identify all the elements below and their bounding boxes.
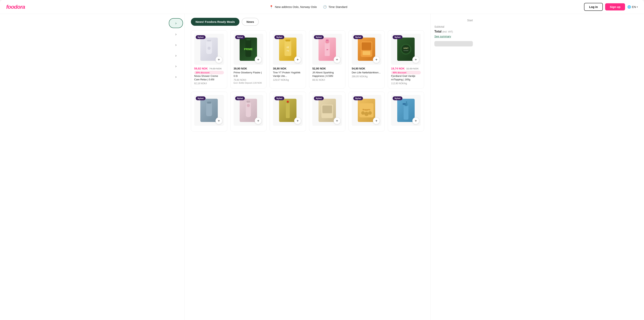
price-line-6: 19,74 NOK 32,90 NOK <box>391 67 421 70</box>
product-card-6[interactable]: Nyhet GRØT Fjordland + 19,74 NOK <box>388 30 424 89</box>
product-unit-2: 79,80 NOK/l <box>234 79 264 81</box>
sidebar-item-3[interactable]: › <box>169 40 183 49</box>
product-card-2[interactable]: Nyhet PRIME + 39,90 NOK Pri <box>230 30 267 89</box>
tab-ready-meals[interactable]: News! Foodora Ready Meals <box>191 18 240 26</box>
product-grid-row2: Nyhet + Nyhet <box>191 92 424 131</box>
nyhet-badge-5: Nyhet <box>353 35 363 39</box>
svg-point-2 <box>208 47 210 50</box>
add-button-1[interactable]: + <box>216 56 222 63</box>
svg-text:YT: YT <box>286 47 289 49</box>
tab-news[interactable]: News <box>242 18 258 26</box>
svg-rect-36 <box>404 105 408 120</box>
nyhet-badge-12: Nyhet <box>392 96 402 100</box>
product-card-5[interactable]: Nyhet + 54,90 NOK Den Lill <box>348 30 385 89</box>
product-card-8[interactable]: Nyhet + <box>230 92 267 131</box>
product-card-9[interactable]: Nyhet + <box>270 92 306 131</box>
product-name-5: Den Lille Nøttefabrikken... <box>352 71 382 74</box>
address-button[interactable]: 📍 New address Oslo, Norway Oslo <box>270 5 317 9</box>
login-button[interactable]: Log in <box>584 3 603 11</box>
nyhet-badge-11: Nyhet <box>353 96 363 100</box>
price-current-2: 39,90 NOK <box>234 67 247 70</box>
product-img-placeholder-9 <box>279 99 296 122</box>
add-button-9[interactable]: + <box>294 117 301 124</box>
product-card-1[interactable]: Nyhet + 59,92 NOK 74,90 NOK <box>191 30 227 89</box>
chevron-right-icon-5: › <box>175 64 176 68</box>
lang-text: EN <box>632 5 636 9</box>
sidebar-item-6[interactable]: › <box>169 72 183 81</box>
discount-badge-6: 40% discount <box>391 71 421 74</box>
chevron-down-icon: ▾ <box>637 6 638 8</box>
product-image-5: Nyhet + <box>352 34 382 65</box>
add-button-5[interactable]: + <box>373 56 380 63</box>
product-card-10[interactable]: Nyhet + <box>309 92 346 131</box>
product-card-12[interactable]: Nyhet + <box>388 92 424 131</box>
logo: foodora <box>6 4 25 10</box>
checkout-button[interactable] <box>434 41 473 47</box>
nyhet-badge-7: Nyhet <box>196 96 206 100</box>
add-button-11[interactable]: + <box>373 117 380 124</box>
product-card-4[interactable]: Nyhet Jif + 52,90 NOK <box>309 30 346 89</box>
sidebar: › › › › › › <box>167 14 185 320</box>
product-card-7[interactable]: Nyhet + <box>191 92 227 131</box>
product-image-7: Nyhet + <box>194 95 224 126</box>
svg-rect-15 <box>362 42 371 50</box>
price-original-1: 74,90 NOK <box>209 67 222 70</box>
location-icon: 📍 <box>270 5 273 9</box>
svg-text:20g: 20g <box>286 50 289 52</box>
price-line-1: 59,92 NOK 74,90 NOK <box>194 67 224 70</box>
nyhet-badge-3: Nyhet <box>274 35 284 39</box>
sidebar-item-1[interactable]: › <box>169 18 183 28</box>
time-text: Time Standard <box>328 5 347 9</box>
product-unit-3: 129,67 NOK/kg <box>273 79 303 81</box>
price-line-2: 39,90 NOK <box>234 67 264 70</box>
clock-icon: 🕐 <box>323 5 327 9</box>
chevron-right-icon-2: › <box>175 32 176 36</box>
product-unit-4: 88,91 NOK/l <box>312 79 342 81</box>
product-image-6: Nyhet GRØT Fjordland + <box>391 34 421 65</box>
header-right: Log in Sign up 🌐 EN ▾ <box>584 3 638 11</box>
sidebar-item-2[interactable]: › <box>169 30 183 39</box>
svg-rect-11 <box>326 41 329 43</box>
language-button[interactable]: 🌐 EN ▾ <box>627 5 638 9</box>
vat-label: (incl. VAT) <box>442 30 453 33</box>
product-image-12: Nyhet + <box>391 95 421 126</box>
nyhet-badge-2: Nyhet <box>235 35 245 39</box>
address-text: New address Oslo, Norway Oslo <box>275 5 317 9</box>
product-img-placeholder-10 <box>318 99 336 122</box>
sidebar-item-5[interactable]: › <box>169 62 183 71</box>
add-button-12[interactable]: + <box>412 117 419 124</box>
add-button-10[interactable]: + <box>334 117 340 124</box>
product-grid-row1: Nyhet + 59,92 NOK 74,90 NOK <box>191 30 424 89</box>
product-image-11: Nyhet Nuggets + <box>352 95 382 126</box>
chevron-right-icon-4: › <box>175 53 176 58</box>
add-button-8[interactable]: + <box>255 117 262 124</box>
cart-panel: Start Subtotal Total (incl. VAT) See sum… <box>430 14 477 320</box>
nyhet-badge-8: Nyhet <box>235 96 245 100</box>
product-card-11[interactable]: Nyhet Nuggets + <box>348 92 385 131</box>
signup-button[interactable]: Sign up <box>605 3 625 11</box>
svg-text:Nuggets: Nuggets <box>362 109 370 111</box>
svg-rect-21 <box>206 103 212 116</box>
main-container: › › › › › › News! Foodora Ready Meals <box>167 14 477 320</box>
main-content: News! Foodora Ready Meals News Nyhet <box>185 14 430 320</box>
svg-rect-5 <box>246 39 250 40</box>
product-unit-5: 288,95 NOK/kg <box>352 75 382 78</box>
svg-rect-12 <box>326 40 328 41</box>
time-button[interactable]: 🕐 Time Standard <box>323 5 347 9</box>
sidebar-item-4[interactable]: › <box>169 51 183 60</box>
product-card-3[interactable]: Nyhet YT 20g + 38,90 NOK <box>270 30 306 89</box>
product-unit-6: 112,80 NOK/kg <box>391 82 421 85</box>
add-button-7[interactable]: + <box>216 117 222 124</box>
add-button-2[interactable]: + <box>255 56 262 63</box>
see-summary-link[interactable]: See summary <box>434 35 473 38</box>
svg-point-25 <box>247 104 250 107</box>
product-name-2: Prime Glowberry Flaske | 0.5l <box>234 71 264 78</box>
add-button-6[interactable]: + <box>412 56 419 63</box>
add-button-4[interactable]: + <box>334 56 340 63</box>
svg-point-34 <box>364 112 369 116</box>
header-center: 📍 New address Oslo, Norway Oslo 🕐 Time S… <box>33 5 584 9</box>
price-line-3: 38,90 NOK <box>273 67 303 70</box>
svg-rect-39 <box>403 103 406 105</box>
nyhet-badge-6: Nyhet <box>392 35 402 39</box>
add-button-3[interactable]: + <box>294 56 301 63</box>
